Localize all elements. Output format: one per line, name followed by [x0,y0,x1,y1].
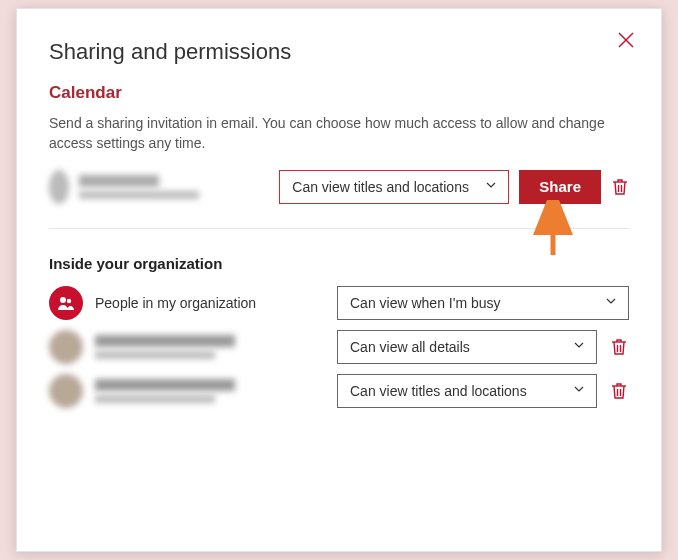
svg-point-4 [60,297,66,303]
org-label: People in my organization [95,295,325,311]
user-permission-select[interactable]: Can view titles and locations [337,374,597,408]
invitee-info [79,175,259,199]
invitee-name [79,175,159,187]
user-permission-select[interactable]: Can view all details [337,330,597,364]
user-permission-label: Can view titles and locations [350,383,527,399]
delete-invitee-button[interactable] [611,177,629,197]
invitee-avatar [49,170,69,204]
sharing-permissions-dialog: Sharing and permissions Calendar Send a … [16,8,662,552]
user-email [95,351,215,359]
delete-user-button[interactable] [609,337,629,357]
user-name [95,335,235,347]
close-button[interactable] [617,31,635,53]
invitee-email [79,191,199,199]
invite-permission-select[interactable]: Can view titles and locations [279,170,509,204]
user-info [95,379,325,403]
chevron-down-icon [572,382,586,399]
delete-user-button[interactable] [609,381,629,401]
user-permission-row: Can view titles and locations [49,374,629,408]
calendar-heading: Calendar [49,83,629,103]
user-email [95,395,215,403]
chevron-down-icon [604,294,618,311]
dialog-title: Sharing and permissions [49,39,629,65]
people-icon [49,286,83,320]
org-permission-label: Can view when I'm busy [350,295,501,311]
description-text: Send a sharing invitation in email. You … [49,113,629,154]
user-permission-row: Can view all details [49,330,629,364]
user-avatar [49,330,83,364]
org-permission-select[interactable]: Can view when I'm busy [337,286,629,320]
user-info [95,335,325,359]
user-avatar [49,374,83,408]
chevron-down-icon [484,178,498,195]
user-permission-label: Can view all details [350,339,470,355]
invite-row: Can view titles and locations Share [49,170,629,229]
section-heading: Inside your organization [49,255,629,272]
user-name [95,379,235,391]
svg-point-5 [67,298,71,302]
org-row: People in my organization Can view when … [49,286,629,320]
invite-permission-label: Can view titles and locations [292,179,469,195]
share-button[interactable]: Share [519,170,601,204]
chevron-down-icon [572,338,586,355]
